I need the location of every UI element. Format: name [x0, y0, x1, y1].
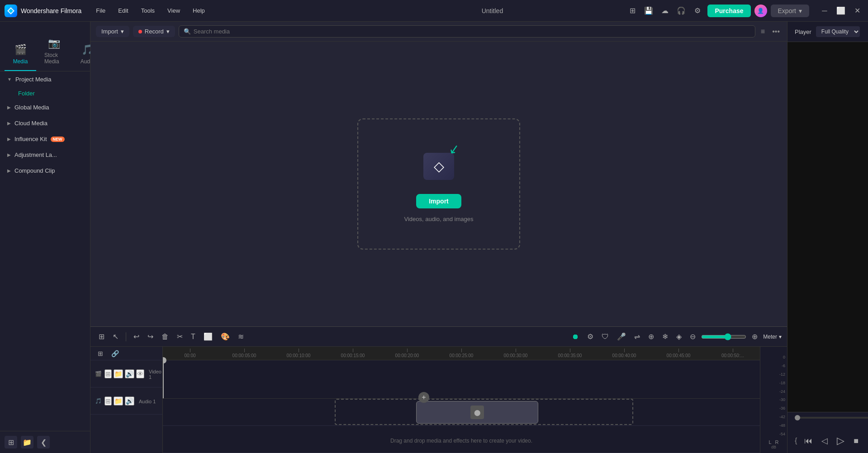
new-sequence-button[interactable]: ⊞ — [5, 436, 17, 448]
tab-media[interactable]: 🎬 Media — [5, 40, 36, 71]
sidebar-item-global-media[interactable]: ▶ Global Media — [0, 99, 90, 115]
export-button[interactable]: Export ▾ — [771, 5, 809, 17]
progress-handle[interactable] — [795, 415, 800, 420]
color-button[interactable]: 🎨 — [218, 330, 232, 343]
ruler-tick-5: 00:00:25:00 — [434, 349, 489, 358]
menu-view[interactable]: View — [162, 5, 185, 16]
meter-label: Meter ▾ — [763, 334, 782, 340]
player-bar: Player Full Quality ⤢ — [787, 22, 868, 42]
import-button[interactable]: Import ▾ — [96, 26, 129, 37]
menu-edit[interactable]: Edit — [113, 5, 133, 16]
menu-file[interactable]: File — [90, 5, 111, 16]
close-button[interactable]: ✕ — [851, 5, 863, 17]
audio1-folder-button[interactable]: 📁 — [114, 396, 123, 406]
record-button[interactable]: Record ▾ — [133, 26, 175, 37]
snap-button[interactable]: ⊕ — [645, 330, 657, 343]
sidebar-item-compound-clip[interactable]: ▶ Compound Clip — [0, 163, 90, 179]
sidebar-item-folder[interactable]: Folder — [0, 87, 90, 99]
media-panel: Import ▾ Record ▾ 🔍 ≡ ••• — [90, 22, 787, 326]
collapse-arrow-icon: ▶ — [7, 105, 11, 110]
filter-icon[interactable]: ≡ — [759, 26, 767, 38]
collapse-sidebar-button[interactable]: ❮ — [37, 436, 50, 448]
sidebar-item-cloud-media[interactable]: ▶ Cloud Media — [0, 115, 90, 131]
effects-panel-button[interactable]: ⚙ — [584, 330, 596, 343]
link-sequence-button[interactable]: 🔗 — [109, 348, 122, 359]
layout-icon[interactable]: ⊞ — [626, 5, 639, 17]
headphones-icon[interactable]: 🎧 — [675, 5, 688, 17]
progress-bar-container[interactable] — [795, 417, 868, 419]
new-badge: NEW — [51, 137, 65, 142]
collapse-arrow-icon4: ▶ — [7, 152, 11, 157]
app-icon — [5, 5, 17, 17]
audio1-volume-button[interactable]: 🔊 — [125, 396, 134, 406]
purchase-button[interactable]: Purchase — [707, 5, 750, 17]
undo-button[interactable]: ↩ — [131, 330, 142, 343]
audio1-label: Audio 1 — [139, 399, 156, 404]
redo-button[interactable]: ↪ — [145, 330, 156, 343]
menu-tools[interactable]: Tools — [136, 5, 160, 16]
avatar[interactable]: 👤 — [754, 5, 767, 17]
freeze-button[interactable]: ❄ — [659, 330, 671, 343]
more-options-icon[interactable]: ••• — [770, 26, 782, 38]
playhead[interactable] — [163, 360, 164, 398]
play-back-button[interactable]: ◁ — [820, 434, 830, 448]
sidebar-item-influence-kit[interactable]: ▶ Influence Kit NEW — [0, 131, 90, 147]
zoom-slider[interactable] — [701, 333, 746, 340]
quality-select[interactable]: Full Quality — [816, 26, 860, 37]
crop-button[interactable]: ⬜ — [201, 330, 215, 343]
delete-button[interactable]: 🗑 — [159, 331, 171, 343]
import-green-button[interactable]: Import — [416, 194, 461, 208]
settings-icon[interactable]: ⚙ — [691, 5, 704, 17]
audio1-add-button[interactable]: ⊞ — [104, 396, 112, 406]
keyframe-button[interactable]: ◈ — [674, 330, 684, 343]
sidebar-item-adjustment-layer[interactable]: ▶ Adjustment La... — [0, 147, 90, 163]
search-input[interactable] — [194, 28, 750, 35]
playhead-handle[interactable] — [163, 357, 166, 363]
add-clip-button[interactable]: + — [418, 392, 429, 403]
audio1-track-icons: ⊞ 📁 🔊 — [104, 396, 134, 406]
window-controls: ─ ⬜ ✕ — [818, 5, 863, 17]
tab-bar: 🎬 Media 📷 Stock Media 🎵 Audio T Titles ⇄… — [0, 22, 90, 71]
sidebar-item-project-media[interactable]: ▼ Project Media — [0, 71, 90, 87]
equalizer-button[interactable]: ≋ — [235, 330, 247, 343]
play-button[interactable]: ▷ — [835, 433, 846, 448]
new-folder-button[interactable]: 📁 — [21, 436, 33, 448]
sidebar-label-project-media: Project Media — [15, 76, 51, 83]
ruler-tick-4: 00:00:20:00 — [380, 349, 434, 358]
zoom-in-button[interactable]: ⊕ — [749, 330, 760, 343]
select-tool-button[interactable]: ↖ — [110, 330, 121, 343]
zoom-out-button[interactable]: ⊖ — [687, 330, 698, 343]
meter-db-labels: 0 -6 -12 -18 -24 -30 -36 -42 -48 -54 — [762, 355, 785, 436]
add-sequence-button[interactable]: ⊞ — [95, 348, 106, 359]
ruler-tick-6: 00:00:30:00 — [489, 349, 543, 358]
minimize-button[interactable]: ─ — [818, 5, 831, 17]
video1-add-button[interactable]: ⊞ — [104, 369, 112, 378]
mark-in-button[interactable]: { — [795, 437, 797, 445]
stop-button[interactable]: ■ — [852, 434, 860, 448]
chevron-down-icon3: ▾ — [166, 28, 170, 35]
shield-button[interactable]: 🛡 — [599, 331, 612, 343]
video1-volume-button[interactable]: 🔊 — [125, 369, 134, 378]
ruler-tick-3: 00:00:15:00 — [326, 349, 380, 358]
text-button[interactable]: T — [188, 331, 198, 343]
cut-button[interactable]: ✂ — [174, 330, 185, 343]
video1-eye-button[interactable]: 👁 — [136, 369, 144, 378]
microphone-button[interactable]: 🎤 — [614, 330, 629, 343]
drop-icon-box: ◇ — [423, 153, 454, 180]
video1-folder-button[interactable]: 📁 — [114, 369, 123, 378]
timeline-right-tools: ⏺ ⚙ 🛡 🎤 ⇌ ⊕ ❄ ◈ ⊖ ⊕ Meter ▾ — [569, 330, 782, 343]
track-options-button[interactable]: ⊞ — [96, 330, 107, 343]
tab-stock-media[interactable]: 📷 Stock Media — [38, 34, 70, 71]
download-arrow-icon: ↙ — [447, 141, 460, 157]
drop-hint-text: Drag and drop media and effects here to … — [390, 438, 532, 444]
media-sync-button[interactable]: ⇌ — [631, 330, 643, 343]
chevron-down-icon2: ▾ — [121, 28, 124, 35]
maximize-button[interactable]: ⬜ — [835, 5, 847, 17]
timeline-main: 00:00 00:00:05:00 00:00:10:00 00:00:15:0… — [163, 347, 760, 453]
menu-help[interactable]: Help — [187, 5, 210, 16]
skip-back-button[interactable]: ⏮ — [802, 434, 814, 448]
save-icon[interactable]: 💾 — [642, 5, 655, 17]
progress-bar[interactable] — [795, 417, 868, 419]
cloud-upload-icon[interactable]: ☁ — [659, 5, 671, 17]
playhead-button[interactable]: ⏺ — [569, 331, 582, 343]
